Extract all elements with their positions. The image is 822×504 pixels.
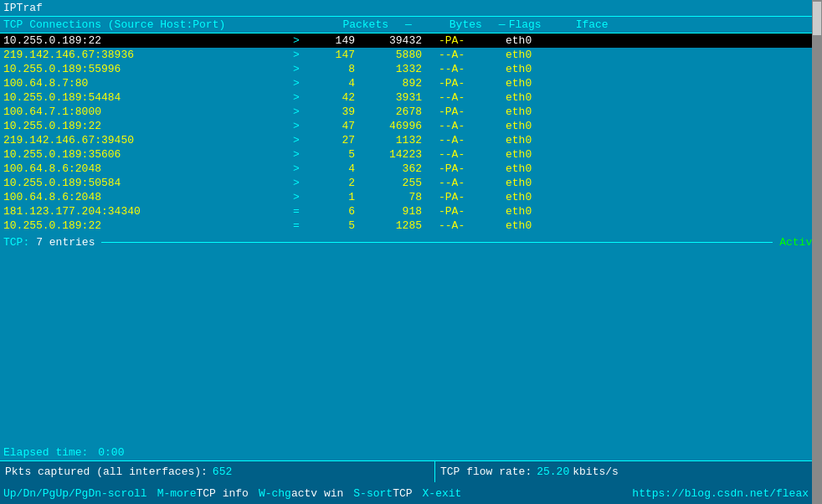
col-arrow: > xyxy=(288,177,305,189)
col-source: 10.255.0.189:50584 xyxy=(3,177,288,189)
table-row[interactable]: 100.64.8.6:2048>178-PA-eth0 xyxy=(0,190,822,204)
col-header-flags: Flags xyxy=(509,18,576,31)
table-row[interactable]: 10.255.0.189:54484>423931--A-eth0 xyxy=(0,90,822,105)
table-row[interactable]: 10.255.0.189:50584>2255--A-eth0 xyxy=(0,176,822,190)
col-flags: -PA- xyxy=(439,34,506,47)
flow-label: TCP flow rate: xyxy=(440,465,532,478)
col-arrow: > xyxy=(288,34,305,47)
shortcut-x-key[interactable]: X-exit xyxy=(423,487,462,500)
col-flags: --A- xyxy=(439,91,506,104)
col-flags: -PA- xyxy=(439,162,506,175)
shortcut-scroll-key[interactable]: Up/Dn/PgUp/PgDn-scroll xyxy=(3,487,147,500)
table-row[interactable]: 100.64.7.1:8000>392678-PA-eth0 xyxy=(0,105,822,119)
col-iface: eth0 xyxy=(506,162,556,175)
table-row[interactable]: 10.255.0.189:22>14939432-PA-eth0 xyxy=(0,33,822,48)
table-row[interactable]: 100.64.8.7:80>4892-PA-eth0 xyxy=(0,76,822,90)
bottom-combined: Pkts captured (all interfaces): 652 TCP … xyxy=(0,460,812,504)
col-source: 181.123.177.204:34340 xyxy=(3,205,288,218)
table-row[interactable]: 10.255.0.189:22=51285--A-eth0 xyxy=(0,219,822,233)
col-packets: 42 xyxy=(305,91,372,104)
scrollbar-thumb[interactable] xyxy=(813,2,821,35)
scrollbar[interactable] xyxy=(812,0,822,504)
col-header-iface: Iface xyxy=(576,18,626,31)
col-arrow: > xyxy=(288,77,305,90)
tcp-entries: 7 entries xyxy=(36,236,95,249)
col-bytes: 892 xyxy=(372,77,439,90)
col-source: 219.142.146.67:38936 xyxy=(3,49,288,61)
col-bytes: 5880 xyxy=(372,49,439,61)
shortcut-s-key[interactable]: S-sort xyxy=(353,487,393,500)
col-iface: eth0 xyxy=(506,77,556,90)
col-packets: 149 xyxy=(305,34,372,47)
col-iface: eth0 xyxy=(506,120,556,132)
col-arrow: = xyxy=(288,219,305,232)
col-flags: -PA- xyxy=(439,205,506,218)
table-row[interactable]: 10.255.0.189:22>4746996--A-eth0 xyxy=(0,119,822,133)
app-title: IPTraf xyxy=(3,2,43,14)
col-arrow: > xyxy=(288,49,305,61)
shortcut-m-key[interactable]: M-more xyxy=(157,487,197,500)
col-iface: eth0 xyxy=(506,191,556,203)
tcp-status-line: TCP: 7 entries Active xyxy=(0,233,822,250)
col-bytes: 46996 xyxy=(372,120,439,132)
col-arrow: > xyxy=(288,120,305,132)
col-bytes: 918 xyxy=(372,205,439,218)
col-flags: -PA- xyxy=(439,105,506,118)
shortcut-s-desc: TCP xyxy=(393,487,412,500)
pkts-label: Pkts captured (all interfaces): xyxy=(5,465,208,478)
col-packets: 1 xyxy=(305,191,372,203)
col-bytes: 78 xyxy=(372,191,439,203)
elapsed-label: Elapsed time: xyxy=(3,446,88,459)
terminal: IPTraf TCP Connections (Source Host:Port… xyxy=(0,0,822,504)
col-bytes: 3931 xyxy=(372,91,439,104)
shortcut-m-desc: TCP info xyxy=(196,487,248,500)
table-row[interactable]: 219.142.146.67:39450>271132--A-eth0 xyxy=(0,133,822,147)
col-arrow: > xyxy=(288,148,305,161)
col-iface: eth0 xyxy=(506,34,556,47)
col-source: 100.64.8.7:80 xyxy=(3,77,288,90)
pkts-value: 652 xyxy=(213,465,232,478)
col-iface: eth0 xyxy=(506,134,556,147)
connections-list: 10.255.0.189:22>14939432-PA-eth0219.142.… xyxy=(0,33,822,233)
col-source: 10.255.0.189:55996 xyxy=(3,63,288,75)
col-arrow: > xyxy=(288,91,305,104)
url-text: https://blog.csdn.net/fleax xyxy=(632,487,809,500)
col-arrow: = xyxy=(288,205,305,218)
col-source: 10.255.0.189:54484 xyxy=(3,91,288,104)
col-source: 100.64.7.1:8000 xyxy=(3,105,288,118)
col-iface: eth0 xyxy=(506,177,556,189)
col-packets: 5 xyxy=(305,148,372,161)
table-row[interactable]: 10.255.0.189:35606>514223--A-eth0 xyxy=(0,147,822,162)
header-row: TCP Connections (Source Host:Port) Packe… xyxy=(0,16,822,33)
col-arrow: > xyxy=(288,191,305,203)
col-arrow: > xyxy=(288,63,305,75)
col-packets: 27 xyxy=(305,134,372,147)
col-packets: 147 xyxy=(305,49,372,61)
col-header-bytes: Bytes xyxy=(415,18,499,31)
col-iface: eth0 xyxy=(506,91,556,104)
col-arrow: > xyxy=(288,162,305,175)
table-row[interactable]: 181.123.177.204:34340=6918-PA-eth0 xyxy=(0,204,822,219)
col-bytes: 362 xyxy=(372,162,439,175)
table-row[interactable]: 10.255.0.189:55996>81332--A-eth0 xyxy=(0,62,822,76)
pkts-right-section: TCP flow rate: 25.20 kbits/s xyxy=(435,461,812,482)
elapsed-area: Elapsed time: 0:00 xyxy=(0,445,812,460)
shortcut-w-key[interactable]: W-chg xyxy=(259,487,291,500)
pkts-left-section: Pkts captured (all interfaces): 652 xyxy=(0,461,435,482)
shortcut-w-desc: actv win xyxy=(291,487,343,500)
col-source: 219.142.146.67:39450 xyxy=(3,134,288,147)
flow-value: 25.20 xyxy=(537,465,569,478)
col-flags: --A- xyxy=(439,177,506,189)
col-bytes: 1132 xyxy=(372,134,439,147)
col-flags: --A- xyxy=(439,148,506,161)
col-iface: eth0 xyxy=(506,148,556,161)
col-arrow: > xyxy=(288,134,305,147)
col-source: 100.64.8.6:2048 xyxy=(3,191,288,203)
table-row[interactable]: 219.142.146.67:38936>1475880--A-eth0 xyxy=(0,48,822,62)
elapsed-value: 0:00 xyxy=(98,446,124,459)
col-packets: 47 xyxy=(305,120,372,132)
col-bytes: 39432 xyxy=(372,34,439,47)
col-source: 10.255.0.189:22 xyxy=(3,219,288,232)
table-row[interactable]: 100.64.8.6:2048>4362-PA-eth0 xyxy=(0,162,822,176)
col-bytes: 1332 xyxy=(372,63,439,75)
